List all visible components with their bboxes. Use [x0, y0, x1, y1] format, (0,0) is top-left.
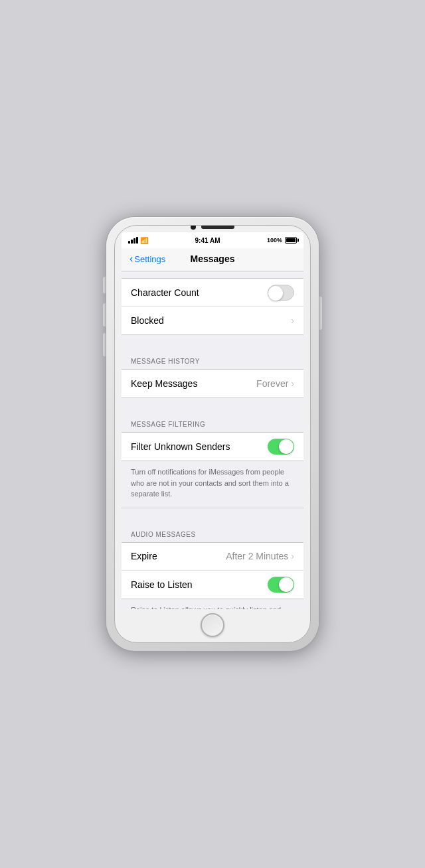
- toggle-thumb: [268, 286, 283, 301]
- section-message-history: MESSAGE HISTORY Keep Messages Forever ›: [122, 335, 303, 398]
- battery-fill: [286, 238, 296, 242]
- expire-value: After 2 Minutes: [226, 551, 288, 561]
- phone-frame: 📶 9:41 AM 100% ‹ Settings Messages: [106, 217, 319, 651]
- section-audio-messages: AUDIO MESSAGES Expire After 2 Minutes › …: [122, 508, 303, 610]
- raise-to-listen-label: Raise to Listen: [131, 579, 193, 590]
- status-bar: 📶 9:41 AM 100%: [122, 232, 303, 248]
- keep-messages-right: Forever ›: [256, 378, 294, 389]
- expire-row[interactable]: Expire After 2 Minutes ›: [122, 543, 303, 571]
- mute-button: [103, 277, 106, 293]
- raise-to-listen-description: Raise to Listen allows you to quickly li…: [122, 599, 303, 610]
- keep-messages-row[interactable]: Keep Messages Forever ›: [122, 370, 303, 398]
- character-count-row: Character Count: [122, 279, 303, 307]
- battery-icon: [285, 237, 297, 244]
- chevron-right-icon: ›: [291, 378, 294, 389]
- camera: [191, 225, 196, 230]
- back-label: Settings: [134, 254, 165, 264]
- filter-unknown-senders-label: Filter Unknown Senders: [131, 441, 230, 452]
- battery-percent: 100%: [267, 237, 282, 244]
- section-message-filtering: MESSAGE FILTERING Filter Unknown Senders…: [122, 398, 303, 508]
- basic-settings-list: Character Count Blocked ›: [122, 278, 303, 335]
- volume-up-button: [103, 303, 106, 326]
- ios-screen: 📶 9:41 AM 100% ‹ Settings Messages: [122, 232, 303, 609]
- back-chevron-icon: ‹: [129, 253, 133, 264]
- spacer-top: [122, 271, 303, 278]
- message-filtering-header: MESSAGE FILTERING: [122, 411, 303, 432]
- spacer-filtering: [122, 398, 303, 411]
- back-button[interactable]: ‹ Settings: [129, 253, 165, 264]
- blocked-right: ›: [291, 315, 294, 326]
- message-history-header: MESSAGE HISTORY: [122, 348, 303, 369]
- signal-bar-2: [131, 240, 133, 244]
- signal-bar-1: [128, 241, 130, 244]
- blocked-label: Blocked: [131, 315, 164, 326]
- chevron-right-icon: ›: [291, 551, 294, 561]
- keep-messages-label: Keep Messages: [131, 378, 197, 389]
- expire-label: Expire: [131, 551, 157, 561]
- volume-down-button: [103, 333, 106, 356]
- message-history-list: Keep Messages Forever ›: [122, 369, 303, 398]
- page-title: Messages: [191, 253, 235, 264]
- section-basic: Character Count Blocked ›: [122, 271, 303, 335]
- status-left: 📶: [128, 237, 148, 244]
- navigation-bar: ‹ Settings Messages: [122, 248, 303, 271]
- character-count-label: Character Count: [131, 287, 199, 298]
- character-count-toggle[interactable]: [268, 285, 294, 301]
- filter-unknown-senders-description: Turn off notifications for iMessages fro…: [122, 461, 303, 508]
- message-filtering-list: Filter Unknown Senders: [122, 432, 303, 461]
- home-button[interactable]: [201, 613, 224, 637]
- wifi-icon: 📶: [140, 237, 148, 244]
- spacer-history: [122, 335, 303, 348]
- keep-messages-value: Forever: [256, 378, 288, 389]
- top-bar: [191, 225, 234, 230]
- status-right: 100%: [267, 237, 297, 244]
- expire-right: After 2 Minutes ›: [226, 551, 294, 561]
- audio-messages-header: AUDIO MESSAGES: [122, 522, 303, 542]
- raise-to-listen-toggle[interactable]: [268, 577, 294, 593]
- toggle-thumb: [279, 577, 294, 592]
- signal-bar-4: [136, 237, 138, 244]
- chevron-right-icon: ›: [291, 315, 294, 326]
- signal-icon: [128, 237, 138, 244]
- filter-unknown-senders-row: Filter Unknown Senders: [122, 433, 303, 461]
- toggle-thumb: [279, 439, 294, 454]
- signal-bar-3: [133, 238, 135, 244]
- spacer-audio: [122, 508, 303, 522]
- speaker: [201, 225, 234, 229]
- phone-screen: 📶 9:41 AM 100% ‹ Settings Messages: [114, 225, 311, 643]
- raise-to-listen-row: Raise to Listen: [122, 571, 303, 599]
- power-button: [319, 297, 322, 330]
- blocked-row[interactable]: Blocked ›: [122, 307, 303, 334]
- status-time: 9:41 AM: [195, 237, 220, 244]
- audio-messages-list: Expire After 2 Minutes › Raise to Listen: [122, 542, 303, 599]
- filter-unknown-senders-toggle[interactable]: [268, 439, 294, 455]
